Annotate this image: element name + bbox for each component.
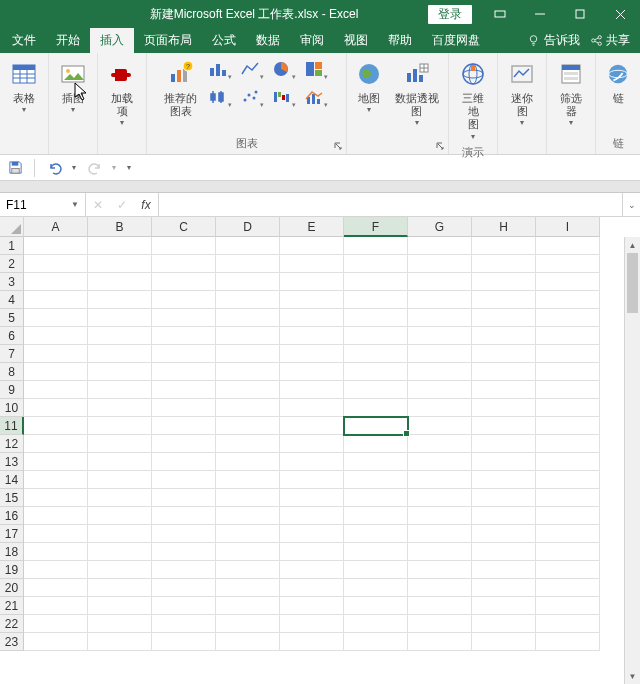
cell[interactable] bbox=[408, 363, 472, 381]
cell[interactable] bbox=[152, 579, 216, 597]
tab-baidu[interactable]: 百度网盘 bbox=[422, 28, 490, 53]
cell[interactable] bbox=[152, 543, 216, 561]
row-header[interactable]: 5 bbox=[0, 309, 24, 327]
cell[interactable] bbox=[344, 525, 408, 543]
cell[interactable] bbox=[88, 417, 152, 435]
row-header[interactable]: 8 bbox=[0, 363, 24, 381]
cell[interactable] bbox=[536, 255, 600, 273]
cell[interactable] bbox=[24, 291, 88, 309]
cell[interactable] bbox=[216, 471, 280, 489]
cell[interactable] bbox=[216, 633, 280, 651]
cell[interactable] bbox=[472, 435, 536, 453]
formula-expand-button[interactable]: ⌄ bbox=[622, 193, 640, 216]
cell[interactable] bbox=[88, 237, 152, 255]
cell[interactable] bbox=[280, 363, 344, 381]
cell[interactable] bbox=[24, 633, 88, 651]
cell[interactable] bbox=[24, 471, 88, 489]
cell[interactable] bbox=[88, 381, 152, 399]
cell[interactable] bbox=[88, 489, 152, 507]
row-header[interactable]: 12 bbox=[0, 435, 24, 453]
insert-function-button[interactable]: fx bbox=[134, 198, 158, 212]
column-header[interactable]: C bbox=[152, 217, 216, 237]
cell[interactable] bbox=[24, 507, 88, 525]
row-header[interactable]: 15 bbox=[0, 489, 24, 507]
cell[interactable] bbox=[408, 471, 472, 489]
cell[interactable] bbox=[88, 561, 152, 579]
filter-button[interactable]: 筛选器 ▾ bbox=[551, 56, 591, 129]
cell[interactable] bbox=[536, 327, 600, 345]
row-header[interactable]: 14 bbox=[0, 471, 24, 489]
cell[interactable] bbox=[152, 597, 216, 615]
cell[interactable] bbox=[216, 579, 280, 597]
name-box-input[interactable] bbox=[6, 198, 64, 212]
column-header[interactable]: H bbox=[472, 217, 536, 237]
cell[interactable] bbox=[536, 363, 600, 381]
vertical-scrollbar[interactable]: ▲ ▼ bbox=[624, 237, 640, 684]
row-header[interactable]: 3 bbox=[0, 273, 24, 291]
cell[interactable] bbox=[216, 273, 280, 291]
cell[interactable] bbox=[280, 255, 344, 273]
cell[interactable] bbox=[152, 561, 216, 579]
cell[interactable] bbox=[216, 489, 280, 507]
maximize-button[interactable] bbox=[560, 0, 600, 28]
cell[interactable] bbox=[152, 435, 216, 453]
cell[interactable] bbox=[472, 255, 536, 273]
tab-data[interactable]: 数据 bbox=[246, 28, 290, 53]
cell[interactable] bbox=[24, 489, 88, 507]
cell[interactable] bbox=[344, 597, 408, 615]
scatter-chart-button[interactable]: ▾ bbox=[235, 84, 265, 110]
column-header[interactable]: G bbox=[408, 217, 472, 237]
cell[interactable] bbox=[216, 597, 280, 615]
cell[interactable] bbox=[280, 579, 344, 597]
cell[interactable] bbox=[472, 309, 536, 327]
row-header[interactable]: 7 bbox=[0, 345, 24, 363]
cancel-formula-button[interactable]: ✕ bbox=[86, 198, 110, 212]
tab-layout[interactable]: 页面布局 bbox=[134, 28, 202, 53]
cell[interactable] bbox=[472, 471, 536, 489]
cell[interactable] bbox=[344, 579, 408, 597]
cell[interactable] bbox=[408, 327, 472, 345]
cell[interactable] bbox=[536, 399, 600, 417]
3dmap-button[interactable]: 三维地 图 ▾ bbox=[453, 56, 493, 143]
cell[interactable] bbox=[24, 399, 88, 417]
cell[interactable] bbox=[408, 273, 472, 291]
cell[interactable] bbox=[88, 309, 152, 327]
cell[interactable] bbox=[472, 579, 536, 597]
cell[interactable] bbox=[472, 327, 536, 345]
cell[interactable] bbox=[152, 615, 216, 633]
cell[interactable] bbox=[88, 363, 152, 381]
row-header[interactable]: 6 bbox=[0, 327, 24, 345]
cell[interactable] bbox=[344, 291, 408, 309]
cell[interactable] bbox=[344, 309, 408, 327]
recommended-charts-button[interactable]: ? 推荐的 图表 bbox=[160, 56, 201, 120]
cell[interactable] bbox=[152, 417, 216, 435]
row-header[interactable]: 2 bbox=[0, 255, 24, 273]
cell[interactable] bbox=[472, 345, 536, 363]
cell[interactable] bbox=[88, 471, 152, 489]
cell[interactable] bbox=[88, 327, 152, 345]
cell[interactable] bbox=[24, 381, 88, 399]
undo-dropdown[interactable]: ▾ bbox=[69, 157, 79, 179]
cell[interactable] bbox=[280, 273, 344, 291]
cell[interactable] bbox=[24, 363, 88, 381]
cell[interactable] bbox=[280, 543, 344, 561]
row-header[interactable]: 4 bbox=[0, 291, 24, 309]
cell[interactable] bbox=[280, 435, 344, 453]
column-header[interactable]: A bbox=[24, 217, 88, 237]
row-header[interactable]: 23 bbox=[0, 633, 24, 651]
column-header[interactable]: F bbox=[344, 217, 408, 237]
cell[interactable] bbox=[536, 543, 600, 561]
cell[interactable] bbox=[88, 543, 152, 561]
cell[interactable] bbox=[344, 345, 408, 363]
cell[interactable] bbox=[152, 489, 216, 507]
cell[interactable] bbox=[152, 237, 216, 255]
cell[interactable] bbox=[88, 345, 152, 363]
formula-input[interactable] bbox=[159, 193, 622, 216]
cell[interactable] bbox=[280, 453, 344, 471]
row-header[interactable]: 1 bbox=[0, 237, 24, 255]
cell[interactable] bbox=[280, 309, 344, 327]
cell[interactable] bbox=[536, 345, 600, 363]
cell[interactable] bbox=[152, 345, 216, 363]
cell[interactable] bbox=[472, 525, 536, 543]
column-header[interactable]: I bbox=[536, 217, 600, 237]
